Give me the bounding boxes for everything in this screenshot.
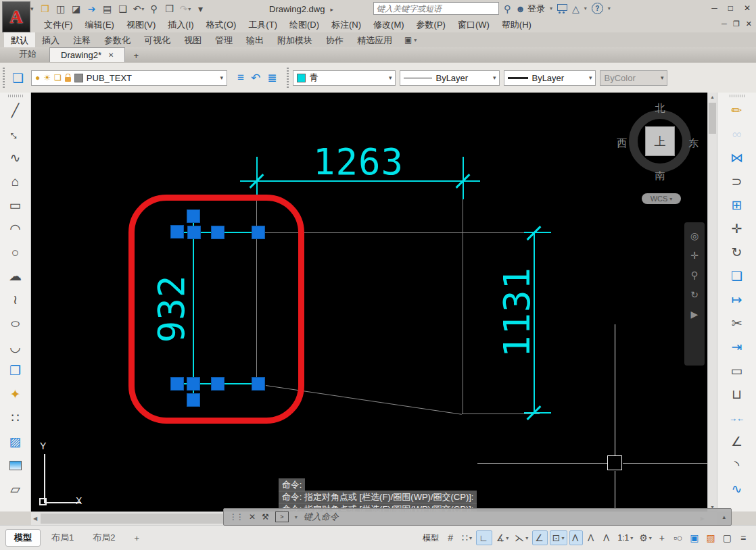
toolbar-grip[interactable] — [3, 68, 5, 88]
viewcube-west-label[interactable]: 西 — [617, 137, 627, 150]
tab-new-layout[interactable]: + — [126, 531, 147, 545]
circle-tool[interactable]: ○ — [4, 241, 27, 264]
viewcube-south-label[interactable]: 南 — [629, 170, 691, 182]
mirror-tool[interactable]: ⋈ — [726, 146, 749, 170]
menu-draw[interactable]: 绘图(D) — [283, 19, 325, 31]
export-icon[interactable]: ➔ — [86, 3, 98, 15]
ribbon-tab-insert[interactable]: 插入 — [35, 32, 66, 47]
ribbon-tab-addins[interactable]: 附加模块 — [270, 32, 319, 47]
search-input[interactable] — [373, 2, 499, 15]
copy-tool[interactable]: ◌◌ — [726, 122, 749, 146]
doc-close-button[interactable]: ✕ — [746, 20, 752, 28]
toolbar-grip[interactable] — [8, 95, 23, 97]
save-icon[interactable]: ◫ — [55, 3, 67, 15]
rotate-tool[interactable]: ↻ — [726, 241, 749, 264]
tab-layout2[interactable]: 布局2 — [85, 530, 123, 546]
new-sheet-icon[interactable]: ❑ — [117, 3, 129, 15]
erase-tool[interactable]: ✏ — [726, 99, 749, 122]
new-drawing-tab-button[interactable]: + — [127, 49, 145, 62]
application-menu-button[interactable]: A — [2, 1, 30, 32]
lineweight-dropdown[interactable]: ByLayer ▾ — [504, 70, 596, 86]
vertical-scroll-thumb[interactable] — [709, 103, 716, 134]
close-button[interactable]: ✕ — [744, 3, 751, 13]
grip[interactable] — [211, 377, 225, 391]
viewcube-north-label[interactable]: 北 — [629, 102, 691, 115]
layer-properties-icon[interactable]: ≣ — [267, 71, 277, 85]
ribbon-tab-parametric[interactable]: 参数化 — [97, 32, 137, 47]
open-icon[interactable]: ❐ — [39, 3, 51, 15]
ribbon-tab-home[interactable]: 默认 — [4, 32, 35, 47]
insert-block-tool[interactable]: ❐ — [4, 359, 27, 382]
annotation-visibility-icon[interactable]: Λ — [569, 530, 583, 545]
menu-file[interactable]: 文件(F) — [38, 19, 79, 31]
grip[interactable] — [211, 226, 225, 239]
qat-customize-icon[interactable]: ▾ — [195, 3, 207, 15]
auto-annotation-scale-icon[interactable]: Λ — [585, 530, 598, 545]
object-snap-tracking-icon[interactable]: ∠ — [532, 530, 548, 545]
save-as-icon[interactable]: ◪ — [70, 3, 82, 15]
menu-window[interactable]: 窗口(W) — [452, 19, 496, 31]
command-customize-wrench-icon[interactable]: ⚒ — [262, 512, 269, 522]
polygon-tool[interactable]: ⌂ — [4, 170, 27, 193]
construction-line-tool[interactable]: ↔ — [4, 122, 27, 146]
scale-tool[interactable]: ❏ — [726, 264, 749, 288]
tab-model[interactable]: 模型 — [5, 529, 41, 547]
graphics-performance-icon[interactable]: ▨ — [705, 530, 719, 545]
toolbar-grip[interactable] — [287, 68, 289, 88]
help-caret-icon[interactable]: ▾ — [608, 5, 611, 11]
preview-icon[interactable]: ⚲ — [148, 3, 160, 15]
command-window-grip[interactable]: ⋮⋮ — [229, 512, 243, 522]
wcs-dropdown[interactable]: WCS ▾ — [642, 193, 681, 204]
dimension-text-top[interactable]: 1263 — [308, 144, 409, 180]
command-line-window[interactable]: ⋮⋮ ✕ ⚒ > ▾ 键入命令 ▴ — [223, 508, 732, 526]
menu-tools[interactable]: 工具(T) — [242, 19, 283, 31]
command-close-icon[interactable]: ✕ — [249, 512, 256, 522]
toolbar-grip[interactable] — [730, 95, 745, 97]
doc-minimize-button[interactable]: ─ — [722, 20, 727, 28]
command-prompt-icon[interactable]: > — [275, 511, 289, 522]
grip[interactable] — [252, 226, 265, 239]
ribbon-tab-visualize[interactable]: 可视化 — [137, 32, 177, 47]
layer-dropdown[interactable]: ● ☀ ❏ PUB_TEXT ▾ — [31, 70, 227, 86]
command-collapse-icon[interactable]: ▴ — [722, 514, 726, 520]
vertical-scrollbar[interactable]: ▲ ▼ — [707, 93, 717, 511]
ribbon-tab-collaborate[interactable]: 协作 — [319, 32, 350, 47]
menu-insert[interactable]: 插入(I) — [162, 19, 199, 31]
point-tool[interactable]: ∷ — [4, 406, 27, 430]
object-snap-icon[interactable]: ⊡▾ — [550, 530, 567, 545]
sign-in-button[interactable]: ☻ 登录 — [515, 3, 545, 15]
tab-start[interactable]: 开始 — [8, 46, 47, 62]
ribbon-tab-annotate[interactable]: 注释 — [66, 32, 97, 47]
doc-restore-button[interactable]: ❐ — [733, 20, 740, 28]
break-at-point-tool[interactable]: ▭ — [726, 359, 749, 382]
grip[interactable] — [187, 226, 201, 239]
hatch-tool[interactable]: ▨ — [4, 430, 27, 453]
chamfer-tool[interactable]: ∠ — [726, 430, 749, 453]
redo-icon[interactable]: ↷▾ — [179, 3, 191, 15]
customization-icon[interactable]: ≡ — [737, 530, 751, 545]
grip[interactable] — [187, 377, 200, 391]
minimize-button[interactable]: ─ — [711, 3, 717, 13]
color-dropdown[interactable]: 青 ▾ — [293, 70, 396, 86]
arc-tool[interactable]: ◠ — [4, 217, 27, 241]
hardware-acceleration-icon[interactable]: ▣ — [688, 530, 702, 545]
dimension-text-right[interactable]: 1131 — [499, 261, 533, 363]
break-tool[interactable]: ⊔ — [726, 382, 749, 406]
scroll-left-icon[interactable]: ◀ — [33, 516, 37, 522]
linetype-dropdown[interactable]: ByLayer ▾ — [400, 70, 500, 86]
grip[interactable] — [187, 393, 200, 407]
menu-help[interactable]: 帮助(H) — [496, 19, 538, 31]
sign-in-caret-icon[interactable]: ▾ — [550, 5, 552, 11]
grip[interactable] — [187, 209, 200, 223]
stretch-tool[interactable]: ↦ — [726, 288, 749, 311]
grid-icon[interactable]: # — [444, 530, 458, 545]
isolate-objects-icon[interactable]: ▫○ — [671, 530, 686, 545]
sheet-set-icon[interactable]: ❒ — [164, 3, 176, 15]
polyline-tool[interactable]: ∿ — [4, 146, 27, 170]
ribbon-tab-featured[interactable]: 精选应用 — [350, 32, 399, 47]
pan-icon[interactable]: ✛ — [690, 250, 699, 261]
tab-close-icon[interactable]: ✕ — [108, 51, 114, 59]
ellipse-tool[interactable]: ○ — [4, 311, 27, 335]
join-tool[interactable]: →← — [726, 406, 749, 430]
blend-curves-tool[interactable]: ∿ — [726, 477, 749, 501]
